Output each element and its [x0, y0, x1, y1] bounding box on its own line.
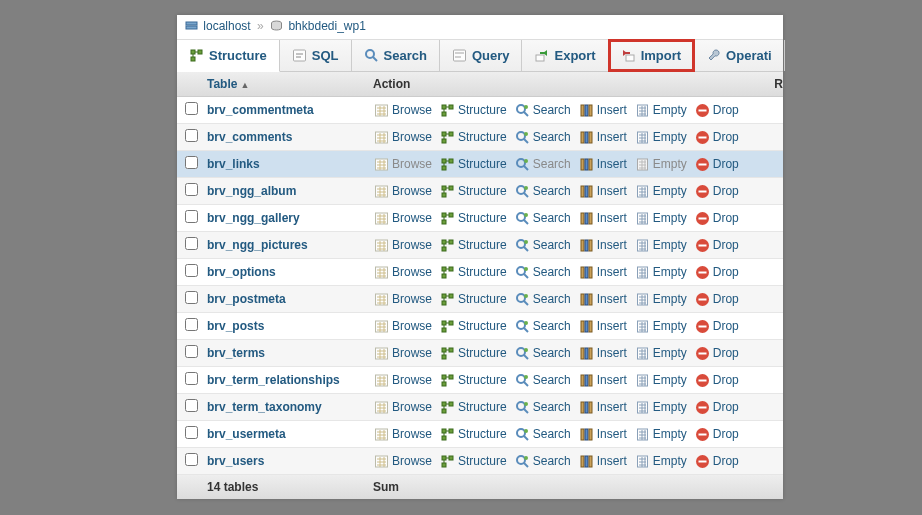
action-drop[interactable]: Drop: [692, 318, 742, 335]
tab-operations[interactable]: Operati: [694, 40, 785, 71]
action-search[interactable]: Search: [512, 264, 574, 281]
action-browse[interactable]: Browse: [371, 318, 435, 335]
action-insert[interactable]: Insert: [576, 264, 630, 281]
action-structure[interactable]: Structure: [437, 372, 510, 389]
row-checkbox[interactable]: [185, 345, 198, 358]
action-insert[interactable]: Insert: [576, 156, 630, 173]
action-empty[interactable]: Empty: [632, 183, 690, 200]
action-search[interactable]: Search: [512, 183, 574, 200]
table-name[interactable]: brv_ngg_gallery: [205, 206, 371, 230]
action-empty[interactable]: Empty: [632, 426, 690, 443]
action-structure[interactable]: Structure: [437, 453, 510, 470]
action-insert[interactable]: Insert: [576, 291, 630, 308]
row-checkbox[interactable]: [185, 453, 198, 466]
action-browse[interactable]: Browse: [371, 426, 435, 443]
action-search[interactable]: Search: [512, 237, 574, 254]
action-empty[interactable]: Empty: [632, 372, 690, 389]
action-structure[interactable]: Structure: [437, 102, 510, 119]
table-name[interactable]: brv_ngg_pictures: [205, 233, 371, 257]
table-name[interactable]: brv_term_relationships: [205, 368, 371, 392]
action-insert[interactable]: Insert: [576, 210, 630, 227]
action-empty[interactable]: Empty: [632, 399, 690, 416]
action-search[interactable]: Search: [512, 345, 574, 362]
action-drop[interactable]: Drop: [692, 453, 742, 470]
action-structure[interactable]: Structure: [437, 129, 510, 146]
action-browse[interactable]: Browse: [371, 264, 435, 281]
action-search[interactable]: Search: [512, 372, 574, 389]
action-browse[interactable]: Browse: [371, 156, 435, 173]
tab-sql[interactable]: SQL: [280, 40, 352, 71]
breadcrumb-db[interactable]: bhkbdedi_wp1: [288, 19, 365, 33]
action-empty[interactable]: Empty: [632, 291, 690, 308]
table-name[interactable]: brv_postmeta: [205, 287, 371, 311]
tab-search[interactable]: Search: [352, 40, 440, 71]
action-empty[interactable]: Empty: [632, 156, 690, 173]
action-insert[interactable]: Insert: [576, 318, 630, 335]
row-checkbox[interactable]: [185, 291, 198, 304]
action-structure[interactable]: Structure: [437, 237, 510, 254]
row-checkbox[interactable]: [185, 399, 198, 412]
table-name[interactable]: brv_ngg_album: [205, 179, 371, 203]
tab-export[interactable]: Export: [522, 40, 608, 71]
action-empty[interactable]: Empty: [632, 453, 690, 470]
action-search[interactable]: Search: [512, 210, 574, 227]
action-browse[interactable]: Browse: [371, 237, 435, 254]
action-insert[interactable]: Insert: [576, 345, 630, 362]
table-name[interactable]: brv_usermeta: [205, 422, 371, 446]
action-browse[interactable]: Browse: [371, 183, 435, 200]
action-structure[interactable]: Structure: [437, 345, 510, 362]
action-browse[interactable]: Browse: [371, 291, 435, 308]
action-drop[interactable]: Drop: [692, 102, 742, 119]
action-structure[interactable]: Structure: [437, 291, 510, 308]
action-drop[interactable]: Drop: [692, 210, 742, 227]
table-name[interactable]: brv_comments: [205, 125, 371, 149]
action-structure[interactable]: Structure: [437, 318, 510, 335]
row-checkbox[interactable]: [185, 183, 198, 196]
action-structure[interactable]: Structure: [437, 426, 510, 443]
action-empty[interactable]: Empty: [632, 237, 690, 254]
action-drop[interactable]: Drop: [692, 156, 742, 173]
action-search[interactable]: Search: [512, 399, 574, 416]
action-search[interactable]: Search: [512, 156, 574, 173]
action-drop[interactable]: Drop: [692, 237, 742, 254]
action-insert[interactable]: Insert: [576, 453, 630, 470]
breadcrumb-host[interactable]: localhost: [203, 19, 250, 33]
row-checkbox[interactable]: [185, 129, 198, 142]
action-structure[interactable]: Structure: [437, 183, 510, 200]
action-drop[interactable]: Drop: [692, 183, 742, 200]
action-drop[interactable]: Drop: [692, 291, 742, 308]
row-checkbox[interactable]: [185, 426, 198, 439]
action-insert[interactable]: Insert: [576, 237, 630, 254]
tab-query[interactable]: Query: [440, 40, 523, 71]
row-checkbox[interactable]: [185, 264, 198, 277]
table-name[interactable]: brv_commentmeta: [205, 98, 371, 122]
row-checkbox[interactable]: [185, 102, 198, 115]
action-insert[interactable]: Insert: [576, 129, 630, 146]
action-browse[interactable]: Browse: [371, 453, 435, 470]
tab-import[interactable]: Import: [609, 40, 694, 71]
action-structure[interactable]: Structure: [437, 156, 510, 173]
table-name[interactable]: brv_term_taxonomy: [205, 395, 371, 419]
action-empty[interactable]: Empty: [632, 129, 690, 146]
action-browse[interactable]: Browse: [371, 129, 435, 146]
action-browse[interactable]: Browse: [371, 102, 435, 119]
table-name[interactable]: brv_links: [205, 152, 371, 176]
table-name[interactable]: brv_terms: [205, 341, 371, 365]
action-drop[interactable]: Drop: [692, 264, 742, 281]
action-drop[interactable]: Drop: [692, 345, 742, 362]
action-insert[interactable]: Insert: [576, 399, 630, 416]
row-checkbox[interactable]: [185, 237, 198, 250]
action-search[interactable]: Search: [512, 102, 574, 119]
action-browse[interactable]: Browse: [371, 372, 435, 389]
action-empty[interactable]: Empty: [632, 210, 690, 227]
table-name[interactable]: brv_posts: [205, 314, 371, 338]
action-search[interactable]: Search: [512, 129, 574, 146]
action-search[interactable]: Search: [512, 453, 574, 470]
action-insert[interactable]: Insert: [576, 372, 630, 389]
tab-structure[interactable]: Structure: [177, 40, 280, 72]
row-checkbox[interactable]: [185, 210, 198, 223]
header-rows[interactable]: R: [759, 72, 783, 96]
action-insert[interactable]: Insert: [576, 102, 630, 119]
action-structure[interactable]: Structure: [437, 399, 510, 416]
action-drop[interactable]: Drop: [692, 372, 742, 389]
